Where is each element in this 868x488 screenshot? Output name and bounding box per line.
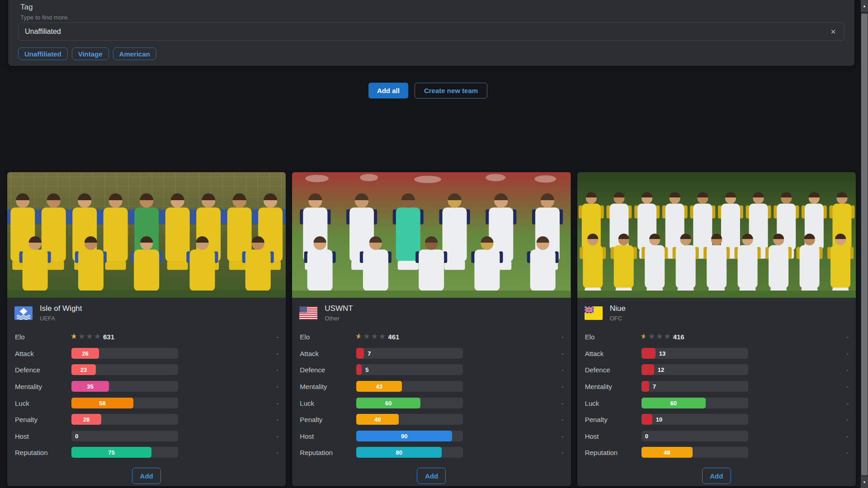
stat-value: 0 [75, 432, 78, 439]
team-name: Niue [610, 304, 626, 313]
stat-bar-track: 48 [642, 447, 748, 458]
stat-row: Attack 26 - [7, 345, 286, 362]
stat-value: 12 [658, 366, 664, 373]
row-dash: - [561, 399, 564, 407]
team-photo [292, 172, 571, 298]
row-dash: - [561, 416, 564, 423]
scroll-up-icon[interactable]: ▲ [861, 0, 868, 12]
stat-row: Host 0 - [577, 428, 856, 445]
stat-row: Attack 13 - [577, 345, 856, 362]
elo-row: Elo ★★★★★★★★★★ 416 - [577, 328, 856, 345]
stat-label: Penalty [585, 416, 608, 423]
stat-value: 75 [108, 449, 114, 456]
row-dash: - [846, 432, 849, 440]
tag-suggestions: UnaffiliatedVintageAmerican [18, 47, 156, 60]
team-flag-icon [299, 306, 317, 320]
stat-bar-track: 60 [356, 398, 463, 408]
stat-label: Penalty [300, 416, 322, 423]
add-all-button[interactable]: Add all [368, 83, 408, 99]
tag-suggestion-american[interactable]: American [113, 47, 156, 60]
stat-value: 28 [83, 416, 90, 423]
stat-row: Defence 5 - [292, 361, 571, 378]
stat-bar-track: 58 [71, 398, 178, 408]
elo-label: Elo [585, 333, 595, 341]
team-stats: Elo ★★★★★★★★★★ 416 - Attack 13 - Defence… [577, 328, 856, 461]
add-team-button[interactable]: Add [132, 468, 161, 484]
stat-value: 10 [656, 416, 662, 423]
stat-bar-track: 7 [356, 348, 463, 359]
team-card-header: Isle of Wight UEFA [14, 304, 278, 322]
row-dash: - [561, 366, 564, 374]
row-dash: - [846, 383, 849, 390]
stat-bar-track: 80 [356, 447, 463, 458]
stat-label: Host [300, 432, 314, 440]
team-stats: Elo ★★★★★★★★★★ 461 - Attack 7 - Defence … [292, 328, 571, 461]
stat-bar-track: 60 [642, 398, 748, 408]
team-name: USWNT [325, 304, 353, 313]
elo-value: 631 [103, 333, 114, 341]
team-stats: Elo ★★★★★★★★★★ 631 - Attack 26 - Defence… [7, 328, 286, 461]
team-card-uswnt: USWNT Other Elo ★★★★★★★★★★ 461 - Attack … [292, 172, 571, 486]
stat-bar-track: 10 [642, 414, 748, 425]
stat-row: Luck 60 - [292, 394, 571, 411]
stat-row: Attack 7 - [292, 345, 571, 362]
create-new-team-button[interactable]: Create new team [415, 83, 487, 99]
stat-label: Defence [300, 366, 325, 374]
team-card-niue: Niue OFC Elo ★★★★★★★★★★ 416 - Attack 13 … [577, 172, 856, 486]
stat-bar-track: 35 [71, 381, 178, 392]
team-name: Isle of Wight [40, 304, 82, 313]
elo-label: Elo [15, 333, 25, 341]
scrollbar[interactable]: ▲ ▼ [861, 0, 868, 488]
stat-label: Defence [585, 366, 610, 374]
stat-label: Mentality [300, 383, 327, 390]
stat-label: Host [15, 432, 29, 440]
tag-hint: Type to find more. [20, 14, 69, 21]
stat-value: 43 [376, 383, 382, 390]
team-card-isle-of-wight: Isle of Wight UEFA Elo ★★★★★★★★★★ 631 - … [7, 172, 286, 486]
stat-bar-fill [642, 381, 649, 392]
tag-suggestion-unaffiliated[interactable]: Unaffiliated [18, 47, 68, 60]
add-team-button[interactable]: Add [417, 468, 446, 484]
elo-value: 461 [388, 333, 399, 341]
stat-value: 60 [385, 399, 392, 406]
stat-label: Mentality [585, 383, 612, 390]
stat-label: Luck [585, 399, 599, 407]
add-team-button[interactable]: Add [702, 468, 731, 484]
stat-value: 80 [396, 449, 402, 456]
stat-row: Reputation 48 - [577, 444, 856, 461]
stat-bar-fill [642, 348, 656, 359]
row-dash: - [846, 449, 849, 456]
stat-bar-track: 26 [71, 348, 178, 359]
stat-value: 5 [365, 366, 368, 373]
clear-input-icon[interactable]: × [829, 26, 838, 37]
elo-label: Elo [300, 333, 310, 341]
stat-value: 23 [80, 366, 87, 373]
stat-label: Defence [15, 366, 40, 374]
stat-bar-track: 12 [642, 364, 748, 375]
stat-value: 13 [659, 350, 665, 357]
stat-row: Penalty 10 - [577, 411, 856, 428]
stat-bar-track: 5 [356, 364, 463, 375]
row-dash: - [846, 349, 849, 357]
stat-label: Luck [15, 399, 29, 407]
stat-value: 48 [664, 449, 670, 456]
stat-bar-track: 0 [71, 431, 178, 441]
tag-filter-panel: Tag Type to find more. Unaffiliated × Un… [8, 0, 854, 66]
team-confederation: Other [325, 315, 353, 322]
scroll-down-icon[interactable]: ▼ [861, 476, 868, 488]
stat-bar-track: 28 [71, 414, 178, 425]
scrollbar-thumb[interactable] [861, 14, 868, 475]
team-confederation: UEFA [40, 315, 82, 322]
row-dash: - [846, 416, 849, 423]
tag-input[interactable]: Unaffiliated × [18, 23, 844, 41]
stat-value: 60 [670, 399, 676, 406]
stat-bar-fill [642, 364, 654, 375]
row-dash: - [846, 366, 849, 374]
row-dash: - [276, 416, 278, 423]
stat-value: 7 [653, 383, 656, 390]
tag-suggestion-vintage[interactable]: Vintage [72, 47, 109, 60]
stat-label: Host [585, 432, 599, 440]
team-flag-icon [585, 306, 603, 320]
stat-row: Penalty 40 - [292, 411, 571, 428]
stat-bar-track: 0 [642, 431, 748, 441]
